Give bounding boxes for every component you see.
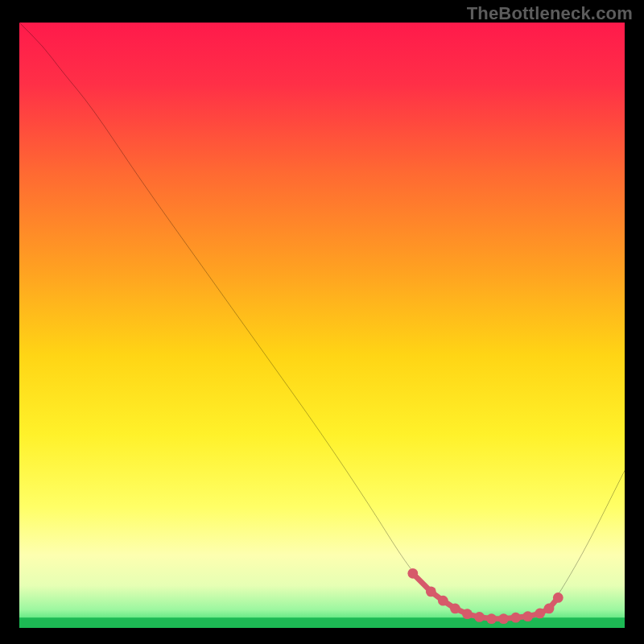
highlight-dot [522, 611, 533, 621]
highlight-dot [544, 604, 555, 614]
highlight-dot [407, 568, 418, 579]
chart-frame: TheBottleneck.com [0, 0, 644, 644]
green-baseline [19, 617, 625, 628]
highlight-dot [462, 609, 473, 619]
highlight-dot [535, 609, 545, 619]
highlight-dot [474, 612, 485, 622]
highlight-dot [498, 613, 509, 624]
highlight-dot [510, 613, 521, 623]
highlight-dot [426, 586, 436, 597]
highlight-dot [450, 604, 460, 614]
highlight-dot [438, 596, 448, 606]
bottleneck-curve-chart [19, 23, 625, 628]
watermark-label: TheBottleneck.com [467, 3, 633, 24]
highlight-dot [553, 592, 564, 603]
gradient-background [19, 23, 625, 628]
highlight-dot [486, 613, 497, 624]
